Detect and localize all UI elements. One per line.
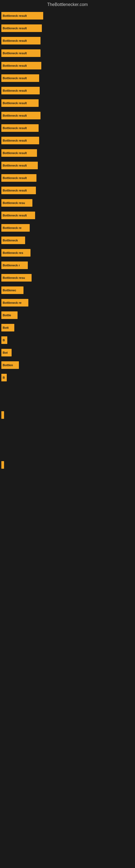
bottleneck-bar: Bottleneck result	[1, 74, 39, 82]
bottleneck-bar: Bottleneck res	[1, 249, 31, 257]
bottleneck-bar: Bottleneck result	[1, 87, 40, 94]
bottleneck-bar: Bottlenec	[1, 286, 24, 294]
bar-label: Bottleneck result	[3, 139, 27, 142]
bar-row: Bottleneck resu	[1, 199, 134, 207]
bottleneck-bar: |	[1, 411, 4, 419]
bar-row: Bottleneck r	[1, 261, 134, 269]
bar-row: Bot	[1, 349, 134, 356]
bottleneck-bar: Bottleneck	[1, 237, 25, 244]
bars-container: Bottleneck resultBottleneck resultBottle…	[0, 9, 135, 476]
bar-label: Bottleneck result	[3, 14, 27, 18]
bar-label: Bottleneck result	[3, 114, 27, 117]
bar-row: Bottleneck res	[1, 249, 134, 257]
bar-row: Bottleneck re	[1, 299, 134, 307]
bar-label: Bottleneck result	[3, 39, 27, 42]
bar-row: Bottleneck result	[1, 174, 134, 182]
bar-label: Bottleneck r	[3, 264, 20, 267]
bar-row: Bottlenec	[1, 286, 134, 294]
bar-row: Bottleneck result	[1, 99, 134, 107]
bar-row	[1, 386, 134, 394]
bottleneck-bar: Bottle	[1, 311, 17, 319]
bar-label: Bottleneck res	[3, 251, 23, 254]
bar-label: Bot	[3, 351, 8, 354]
bar-label: Bottleneck result	[3, 214, 27, 217]
bar-label: Bottle	[3, 314, 11, 317]
bar-label: Bottleneck result	[3, 101, 27, 105]
bar-label: Bottleneck result	[3, 89, 27, 92]
bar-label: Bottleneck result	[3, 176, 27, 180]
bar-row: Bottleneck result	[1, 212, 134, 219]
bar-label: Bottleneck result	[3, 52, 27, 55]
bottleneck-bar: Bot	[1, 349, 12, 356]
bar-row	[1, 448, 134, 456]
bottleneck-bar: Bottleneck re	[1, 224, 30, 231]
bar-row: Bottleneck result	[1, 62, 134, 69]
bar-row: |	[1, 411, 134, 419]
bar-label: Bottlen	[3, 364, 13, 367]
bar-row: B	[1, 336, 134, 344]
bar-row: Bottleneck result	[1, 112, 134, 119]
bottleneck-bar: Bottleneck r	[1, 261, 28, 269]
bar-label: Bottleneck result	[3, 126, 27, 130]
bar-label: Bottleneck result	[3, 76, 27, 80]
bottleneck-bar: Bottleneck result	[1, 137, 39, 144]
bottleneck-bar: B	[1, 336, 7, 344]
bar-label: Bott	[3, 326, 9, 329]
bottleneck-bar: B	[1, 374, 7, 381]
bar-label: Bottleneck resu	[3, 201, 25, 205]
bottleneck-bar: Bottleneck result	[1, 124, 39, 132]
bottleneck-bar	[1, 461, 4, 469]
bar-row: Bottleneck result	[1, 87, 134, 94]
bottleneck-bar: Bottleneck re	[1, 299, 28, 307]
bar-row: Bottleneck	[1, 237, 134, 244]
bar-row: B	[1, 374, 134, 381]
site-title: TheBottlenecker.com	[0, 0, 135, 9]
bar-label: Bottleneck re	[3, 226, 21, 229]
bar-label: Bottleneck result	[3, 27, 27, 30]
bottleneck-bar: Bottleneck result	[1, 112, 41, 119]
bottleneck-bar: Bottlen	[1, 361, 19, 369]
bar-row: Bottleneck result	[1, 124, 134, 132]
bottleneck-bar: Bottleneck result	[1, 12, 43, 20]
bar-row: Bottleneck result	[1, 74, 134, 82]
bar-row: Bottlen	[1, 361, 134, 369]
bar-row: Bottle	[1, 311, 134, 319]
bar-label: Bottleneck re	[3, 301, 21, 304]
bar-row	[1, 436, 134, 444]
bottleneck-bar: Bottleneck result	[1, 174, 37, 182]
bar-label: Bottlenec	[3, 289, 16, 292]
bar-label: Bottleneck result	[3, 189, 27, 192]
bar-row: Bottleneck resu	[1, 274, 134, 282]
bottleneck-bar: Bottleneck result	[1, 149, 37, 157]
bar-label: Bottleneck result	[3, 164, 27, 167]
bar-label: Bottleneck result	[3, 151, 27, 155]
bar-row: Bottleneck result	[1, 50, 134, 57]
bar-row: Bottleneck result	[1, 187, 134, 194]
bottleneck-bar: Bottleneck result	[1, 187, 36, 194]
bar-label: Bottleneck result	[3, 64, 27, 67]
bar-row: Bottleneck result	[1, 37, 134, 44]
bottleneck-bar: Bottleneck resu	[1, 199, 32, 207]
bar-row: Bottleneck result	[1, 137, 134, 144]
bottleneck-bar: Bottleneck result	[1, 37, 41, 44]
bar-row: Bottleneck re	[1, 224, 134, 231]
bar-row	[1, 461, 134, 469]
bar-label: B	[3, 339, 5, 342]
bar-row: Bott	[1, 324, 134, 332]
bottleneck-bar: Bottleneck result	[1, 62, 41, 69]
bottleneck-bar: Bottleneck result	[1, 50, 41, 57]
bottleneck-bar: Bottleneck resu	[1, 274, 32, 282]
bar-label: B	[3, 376, 5, 379]
bar-label: Bottleneck	[3, 239, 18, 242]
bottleneck-bar: Bott	[1, 324, 14, 332]
bottleneck-bar: Bottleneck result	[1, 99, 39, 107]
bottleneck-bar: Bottleneck result	[1, 162, 38, 169]
bar-row	[1, 424, 134, 431]
bottleneck-bar: Bottleneck result	[1, 24, 42, 32]
bar-row: Bottleneck result	[1, 12, 134, 20]
bar-row: Bottleneck result	[1, 162, 134, 169]
bar-row: Bottleneck result	[1, 149, 134, 157]
bar-label: Bottleneck resu	[3, 276, 25, 279]
bottleneck-bar: Bottleneck result	[1, 212, 35, 219]
bar-row: Bottleneck result	[1, 24, 134, 32]
